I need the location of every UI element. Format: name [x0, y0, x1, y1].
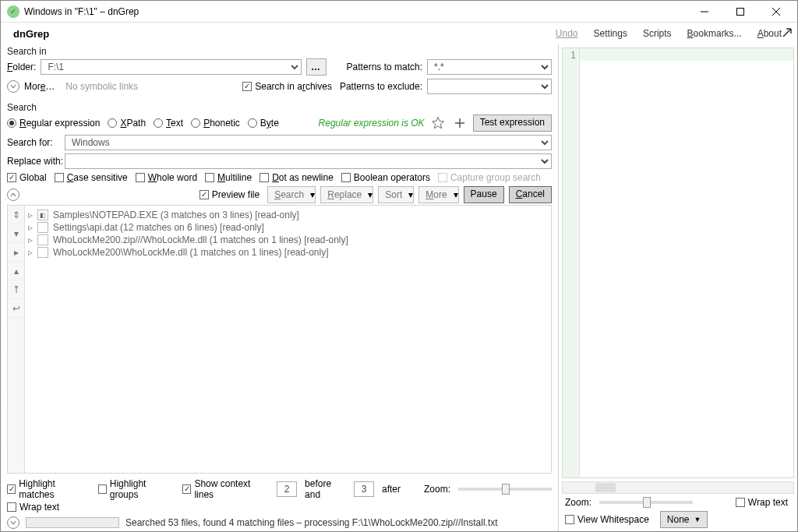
- search-button[interactable]: Search▾: [267, 186, 316, 203]
- svg-rect-1: [737, 8, 744, 15]
- opt-bool[interactable]: Boolean operators: [341, 172, 430, 183]
- menu-scripts[interactable]: Scripts: [635, 25, 680, 42]
- status-expand-toggle[interactable]: [7, 516, 19, 529]
- expand-icon[interactable]: [782, 27, 793, 38]
- replace-with-label: Replace with:: [7, 156, 60, 167]
- results-prev-button[interactable]: ▸: [8, 243, 24, 262]
- results-zoom-slider[interactable]: [458, 488, 552, 491]
- file-icon: [37, 247, 48, 258]
- results-top-button[interactable]: ▴: [8, 262, 24, 280]
- menu-undo[interactable]: Undo: [548, 25, 586, 42]
- opt-whole[interactable]: Whole word: [136, 172, 197, 183]
- results-area: ⇕ ▾ ▸ ▴ ⤒ ↩ ▹◧Samples\NOTEPAD.EXE (3 mat…: [7, 205, 552, 474]
- minimize-button[interactable]: [687, 1, 722, 23]
- results-expand-all-button[interactable]: ⇕: [8, 206, 24, 224]
- sort-button[interactable]: Sort▾: [378, 186, 414, 203]
- before-and-label: before and: [305, 478, 346, 500]
- radio-phonetic[interactable]: Phonetic: [191, 118, 240, 129]
- collapse-results-toggle[interactable]: [7, 188, 19, 201]
- search-heading: Search: [1, 100, 558, 113]
- result-row[interactable]: ▹WhoLockMe200.zip///WhoLockMe.dll (1 mat…: [28, 234, 548, 246]
- favorite-icon[interactable]: [429, 115, 447, 132]
- whitespace-mode-dropdown[interactable]: None▼: [660, 511, 708, 528]
- results-list[interactable]: ▹◧Samples\NOTEPAD.EXE (3 matches on 3 li…: [25, 206, 551, 473]
- radio-byte[interactable]: Byte: [248, 118, 279, 129]
- view-whitespace-checkbox[interactable]: View Whitespace: [565, 514, 649, 525]
- folder-label: Folder:: [7, 62, 36, 72]
- opt-multiline[interactable]: Multiline: [205, 172, 252, 183]
- radio-regex[interactable]: Regular expression: [7, 118, 100, 129]
- more-options-toggle[interactable]: [7, 80, 19, 93]
- opt-dot[interactable]: Dot as newline: [260, 172, 334, 183]
- preview-horizontal-scrollbar[interactable]: [562, 481, 794, 494]
- app-icon: ✓: [7, 5, 19, 18]
- search-for-label: Search for:: [7, 137, 60, 148]
- browse-folder-button[interactable]: …: [306, 58, 327, 76]
- patterns-exclude-input[interactable]: [427, 79, 552, 94]
- test-expression-button[interactable]: Test expression: [473, 115, 552, 132]
- patterns-exclude-label: Patterns to exclude:: [340, 81, 422, 92]
- title-bar: ✓ Windows in "F:\1" – dnGrep: [1, 1, 797, 23]
- preview-editor[interactable]: 1: [562, 48, 794, 478]
- maximize-button[interactable]: [722, 1, 758, 23]
- context-before-input[interactable]: [277, 481, 297, 497]
- preview-file-checkbox[interactable]: Preview file: [200, 189, 260, 200]
- close-button[interactable]: [758, 1, 794, 23]
- after-label: after: [382, 484, 401, 495]
- results-next-button[interactable]: ▾: [8, 224, 24, 243]
- results-bottom-button[interactable]: ⤒: [8, 280, 24, 299]
- folder-input[interactable]: F:\1: [41, 59, 301, 75]
- search-in-heading: Search in: [1, 44, 558, 57]
- progress-bar: [26, 517, 119, 528]
- patterns-match-input[interactable]: *.*: [427, 59, 552, 75]
- menu-bar: dnGrep Undo Settings Scripts Bookmarks..…: [1, 23, 797, 44]
- app-menu-name: dnGrep: [9, 28, 54, 40]
- pause-button[interactable]: Pause: [464, 186, 504, 203]
- results-wrap-button[interactable]: ↩: [8, 299, 24, 318]
- symlinks-status: No symbolic links: [65, 81, 138, 92]
- regex-status: Regular expression is OK: [319, 118, 425, 129]
- cancel-button[interactable]: Cancel: [509, 186, 552, 203]
- preview-zoom-label: Zoom:: [565, 497, 591, 508]
- search-in-archives-checkbox[interactable]: Search in archives: [242, 81, 332, 92]
- preview-wrap-text-checkbox[interactable]: Wrap text: [736, 497, 788, 508]
- result-row[interactable]: ▹◧Samples\NOTEPAD.EXE (3 matches on 3 li…: [28, 209, 548, 221]
- window-title: Windows in "F:\1" – dnGrep: [24, 6, 139, 17]
- radio-text[interactable]: Text: [154, 118, 183, 129]
- context-after-input[interactable]: [354, 481, 374, 497]
- more-button[interactable]: More▾: [418, 186, 458, 203]
- replace-with-input[interactable]: [65, 153, 552, 169]
- highlight-groups-checkbox[interactable]: Highlight groups: [98, 478, 172, 500]
- preview-panel: 1 Zoom: Wrap text View Whitespace None▼: [559, 44, 797, 531]
- zoom-label: Zoom:: [424, 484, 450, 495]
- patterns-match-label: Patterns to match:: [347, 62, 422, 72]
- search-for-input[interactable]: Windows: [65, 135, 552, 150]
- preview-gutter: 1: [563, 48, 580, 477]
- file-icon: [37, 222, 48, 233]
- wrap-text-checkbox[interactable]: Wrap text: [7, 502, 59, 513]
- result-row[interactable]: ▹WhoLockMe200\WhoLockMe.dll (1 matches o…: [28, 246, 548, 259]
- opt-capture: Capture group search: [438, 172, 541, 183]
- file-icon: ◧: [37, 210, 48, 220]
- result-row[interactable]: ▹Settings\api.dat (12 matches on 6 lines…: [28, 221, 548, 234]
- opt-global[interactable]: Global: [7, 172, 47, 183]
- menu-bookmarks[interactable]: Bookmarks...: [680, 25, 750, 42]
- opt-case[interactable]: Case sensitive: [55, 172, 128, 183]
- results-sidebar: ⇕ ▾ ▸ ▴ ⤒ ↩: [8, 206, 25, 473]
- radio-xpath[interactable]: XPath: [108, 118, 146, 129]
- status-text: Searched 53 files, found 4 matching file…: [125, 517, 498, 528]
- replace-button[interactable]: Replace▾: [320, 186, 373, 203]
- show-context-checkbox[interactable]: Show context lines: [182, 478, 266, 500]
- highlight-matches-checkbox[interactable]: Highlight matches: [7, 478, 87, 500]
- file-icon: [37, 234, 48, 245]
- more-label[interactable]: More…: [24, 81, 55, 92]
- preview-zoom-slider[interactable]: [599, 501, 693, 504]
- add-icon[interactable]: [451, 115, 468, 132]
- main-panel: Search in Folder: F:\1 … Patterns to mat…: [1, 44, 559, 531]
- menu-settings[interactable]: Settings: [586, 25, 635, 42]
